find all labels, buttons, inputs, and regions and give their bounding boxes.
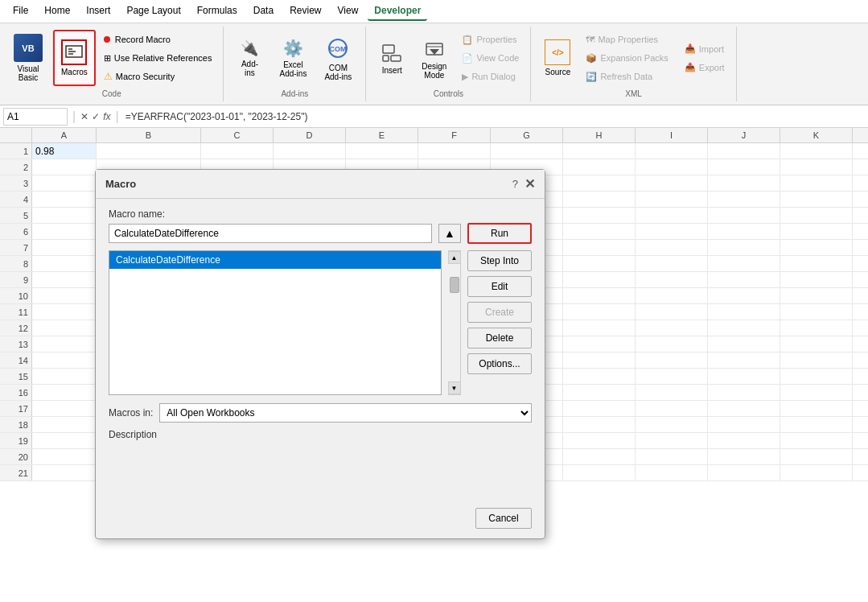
- cell[interactable]: [563, 143, 636, 159]
- cell[interactable]: [708, 353, 780, 368]
- cell[interactable]: [563, 208, 636, 223]
- cell[interactable]: [563, 240, 636, 255]
- cell[interactable]: [780, 336, 853, 352]
- cell[interactable]: [636, 369, 708, 384]
- cell[interactable]: [636, 401, 708, 416]
- cell[interactable]: [853, 304, 868, 320]
- scrollbar-up-arrow[interactable]: ▲: [448, 251, 461, 264]
- cell[interactable]: [32, 401, 97, 416]
- cell[interactable]: [708, 240, 780, 255]
- cell[interactable]: [636, 208, 708, 223]
- cell[interactable]: [636, 304, 708, 320]
- cell[interactable]: [780, 385, 853, 400]
- cell[interactable]: [853, 369, 868, 384]
- cell[interactable]: [708, 336, 780, 352]
- cell[interactable]: [32, 208, 97, 223]
- cell[interactable]: [780, 143, 853, 159]
- cancel-formula-icon[interactable]: ✕: [80, 111, 88, 122]
- cell[interactable]: [780, 240, 853, 255]
- dialog-close-icon[interactable]: ✕: [525, 176, 535, 192]
- cell[interactable]: [563, 417, 636, 432]
- macro-list-scrollbar[interactable]: ▲ ▼: [448, 250, 461, 395]
- cell[interactable]: [780, 401, 853, 416]
- cell[interactable]: [32, 288, 97, 303]
- cell[interactable]: [563, 401, 636, 416]
- menu-insert[interactable]: Insert: [80, 2, 117, 21]
- cell[interactable]: [636, 449, 708, 464]
- cell[interactable]: [708, 272, 780, 287]
- cell[interactable]: [563, 320, 636, 336]
- cell[interactable]: [563, 304, 636, 320]
- cell[interactable]: [636, 240, 708, 255]
- addins-button[interactable]: 🔌 Add- ins: [230, 30, 269, 86]
- cell[interactable]: [563, 192, 636, 207]
- macro-list-item-selected[interactable]: CalculateDateDifference: [109, 251, 441, 269]
- cell[interactable]: [853, 208, 868, 223]
- cell[interactable]: [853, 336, 868, 352]
- cell[interactable]: [274, 143, 346, 159]
- run-button[interactable]: Run: [467, 223, 532, 244]
- menu-home[interactable]: Home: [38, 2, 76, 21]
- cell[interactable]: [32, 449, 97, 464]
- cell[interactable]: [563, 385, 636, 400]
- cell[interactable]: [32, 465, 97, 480]
- cell[interactable]: [780, 288, 853, 303]
- macro-name-input[interactable]: [109, 224, 432, 243]
- col-header-f[interactable]: F: [418, 128, 491, 142]
- menu-data[interactable]: Data: [247, 2, 280, 21]
- import-button[interactable]: 📥 Import: [680, 40, 730, 58]
- cell[interactable]: [636, 385, 708, 400]
- edit-button[interactable]: Edit: [467, 276, 532, 297]
- cell[interactable]: [636, 353, 708, 368]
- cell[interactable]: [780, 417, 853, 432]
- cell[interactable]: [636, 288, 708, 303]
- macros-in-select[interactable]: All Open Workbooks This Workbook: [159, 403, 532, 423]
- source-button[interactable]: </> Source: [537, 30, 578, 86]
- properties-button[interactable]: 📋 Properties: [457, 31, 524, 48]
- cell[interactable]: [636, 417, 708, 432]
- cell[interactable]: [853, 465, 868, 480]
- cell[interactable]: [563, 433, 636, 448]
- create-button[interactable]: Create: [467, 302, 532, 323]
- cell[interactable]: [32, 336, 97, 352]
- cell[interactable]: [853, 320, 868, 336]
- cell[interactable]: [853, 272, 868, 287]
- cell[interactable]: [853, 143, 868, 159]
- cell[interactable]: [563, 465, 636, 480]
- step-into-button[interactable]: Step Into: [467, 250, 532, 271]
- cell[interactable]: [853, 192, 868, 207]
- cell[interactable]: [780, 449, 853, 464]
- macros-button[interactable]: Macros: [53, 30, 96, 86]
- cell[interactable]: [636, 143, 708, 159]
- cell[interactable]: [563, 449, 636, 464]
- col-header-l[interactable]: L: [853, 128, 868, 142]
- cell[interactable]: [708, 385, 780, 400]
- cell[interactable]: [32, 240, 97, 255]
- col-header-c[interactable]: C: [201, 128, 274, 142]
- col-header-k[interactable]: K: [780, 128, 853, 142]
- cell[interactable]: [780, 256, 853, 271]
- cell[interactable]: [636, 433, 708, 448]
- record-macro-button[interactable]: Record Macro: [99, 31, 217, 48]
- cell[interactable]: [97, 143, 201, 159]
- macro-list[interactable]: CalculateDateDifference: [109, 250, 442, 395]
- cell[interactable]: [853, 401, 868, 416]
- run-dialog-button[interactable]: ▶ Run Dialog: [457, 68, 524, 85]
- cell[interactable]: [636, 320, 708, 336]
- cell[interactable]: [32, 175, 97, 191]
- menu-formulas[interactable]: Formulas: [191, 2, 244, 21]
- col-header-h[interactable]: H: [563, 128, 636, 142]
- map-properties-button[interactable]: 🗺 Map Properties: [581, 31, 673, 48]
- cell[interactable]: [636, 224, 708, 239]
- scrollbar-down-arrow[interactable]: ▼: [448, 381, 461, 394]
- cell[interactable]: [201, 143, 274, 159]
- cell[interactable]: [563, 175, 636, 191]
- options-button[interactable]: Options...: [467, 353, 532, 374]
- cell[interactable]: [708, 224, 780, 239]
- cell[interactable]: [636, 256, 708, 271]
- insert-controls-button[interactable]: Insert: [372, 30, 411, 86]
- col-header-e[interactable]: E: [346, 128, 418, 142]
- cell[interactable]: [708, 465, 780, 480]
- cell[interactable]: [708, 288, 780, 303]
- use-relative-button[interactable]: ⊞ Use Relative References: [99, 49, 217, 67]
